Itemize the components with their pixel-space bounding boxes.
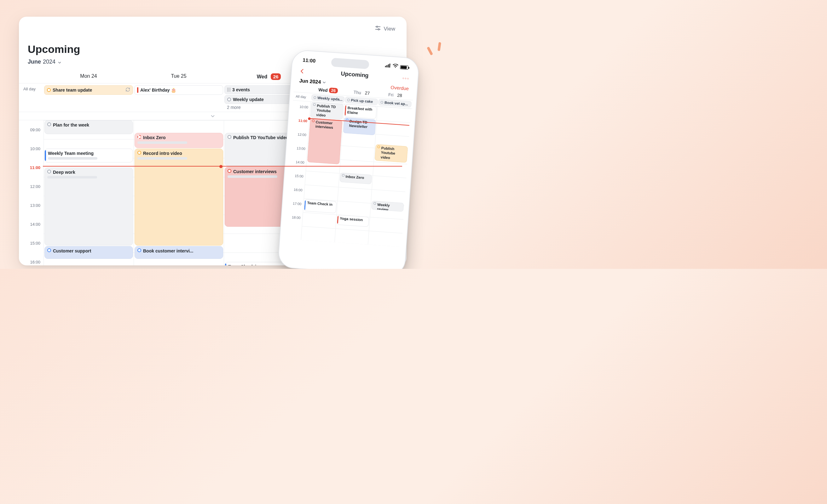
hour-label: 13:00	[21, 203, 44, 222]
event-design-newsletter[interactable]: Design TD Newsletter	[343, 117, 376, 135]
svg-rect-7	[389, 64, 390, 68]
event-weekly-meeting[interactable]: Weekly Team meeting	[44, 149, 133, 162]
hour-label: 13:00	[290, 146, 307, 161]
allday-event-share-update[interactable]: Share team update	[44, 85, 133, 95]
page-title: Upcoming	[28, 43, 406, 55]
priority-ring-icon	[313, 103, 316, 106]
hour-label: 12:00	[21, 184, 44, 203]
today-badge: 26	[271, 73, 281, 80]
all-day-label: All day	[21, 85, 44, 91]
priority-ring-icon	[381, 101, 384, 104]
chevron-down-icon	[322, 80, 327, 85]
hour-label: 16:00	[287, 187, 304, 203]
wifi-icon	[392, 64, 398, 69]
hour-label: 14:00	[21, 222, 44, 241]
hour-label: 15:00	[288, 173, 305, 188]
priority-ring-icon	[313, 96, 317, 99]
priority-ring-icon	[228, 169, 231, 173]
event-customer-interviews[interactable]: Customer interviews	[307, 118, 342, 164]
svg-rect-4	[385, 66, 386, 67]
allday-event-birthday[interactable]: Alex' Birthday 🎂	[134, 85, 223, 95]
priority-ring-icon	[47, 88, 51, 92]
event-deep-work[interactable]: Deep work	[44, 167, 133, 245]
day-header-tue[interactable]: Tue 25	[134, 71, 224, 83]
now-indicator	[43, 166, 402, 167]
sliders-icon	[375, 25, 381, 33]
hour-label-now: 11:00	[292, 118, 309, 133]
event-yoga[interactable]: Yoga session	[337, 215, 370, 227]
priority-ring-icon	[47, 248, 51, 252]
status-time: 11:00	[302, 57, 316, 64]
phone-month-selector[interactable]: Jun 2024	[299, 78, 327, 85]
event-publish-video[interactable]: Publish TD Youtube video	[310, 102, 344, 120]
day-column-tue[interactable]: Inbox Zero Record intro video Book custo…	[134, 120, 224, 265]
chevron-down-icon	[57, 60, 62, 64]
event-weekly-review[interactable]: Weekly review	[371, 201, 404, 212]
event-publish-video-fri[interactable]: Publish Youtube video	[375, 144, 408, 163]
hour-label: 15:00	[21, 241, 44, 260]
priority-ring-icon	[47, 170, 51, 173]
time-column: 09:00 10:00 11:00 12:00 13:00 14:00 15:0…	[21, 120, 44, 265]
view-button[interactable]: View	[375, 25, 395, 33]
event-customer-support[interactable]: Customer support	[44, 246, 133, 259]
month-name: June	[28, 59, 41, 65]
event-plan-week[interactable]: Plan for the week	[44, 120, 133, 134]
event-team-checkin[interactable]: Team Check in	[304, 199, 337, 213]
svg-rect-5	[386, 65, 387, 67]
hour-label: 16:00	[21, 260, 44, 265]
event-book-interviews[interactable]: Book customer intervi...	[135, 246, 223, 259]
signal-icon	[385, 63, 391, 69]
today-badge: 26	[329, 88, 338, 94]
priority-ring-icon	[227, 98, 231, 101]
phone-allday-fri[interactable]: Book vet ap...	[378, 99, 411, 107]
hour-label: 18:00	[285, 215, 302, 230]
hour-label: 17:00	[286, 201, 303, 216]
svg-point-1	[377, 26, 378, 27]
more-button[interactable]: ○○○	[402, 76, 410, 80]
hour-label: 14:00	[289, 160, 306, 175]
svg-point-3	[378, 29, 380, 30]
svg-rect-6	[388, 64, 389, 67]
phone-title: Upcoming	[341, 70, 369, 79]
priority-ring-icon	[47, 122, 51, 126]
dynamic-island	[331, 58, 370, 69]
priority-ring-icon	[312, 120, 315, 122]
priority-ring-icon	[378, 146, 380, 148]
day-column-mon[interactable]: Plan for the week Weekly Team meeting De…	[44, 120, 134, 265]
back-button[interactable]	[299, 68, 305, 75]
priority-ring-icon	[342, 174, 345, 177]
overdue-link[interactable]: Overdue	[390, 85, 409, 91]
hour-label: 12:00	[291, 132, 308, 147]
month-year: 2024	[43, 59, 55, 65]
event-inbox-zero[interactable]: Inbox Zero	[339, 172, 372, 184]
priority-ring-icon	[137, 135, 141, 139]
hour-label: 09:00	[21, 127, 44, 147]
priority-ring-icon	[137, 248, 141, 252]
priority-ring-icon	[137, 151, 141, 155]
now-dot-icon	[220, 165, 223, 168]
priority-ring-icon	[228, 135, 231, 139]
priority-ring-icon	[374, 202, 376, 205]
event-bar-icon	[137, 87, 138, 93]
event-record-intro[interactable]: Record intro video	[135, 149, 223, 245]
event-inbox-zero-tue[interactable]: Inbox Zero	[135, 133, 223, 148]
phone-allday-label: All day	[294, 95, 311, 100]
hour-label-now: 11:00	[21, 165, 44, 184]
phone-allday-wed[interactable]: Weekly upda...	[311, 94, 345, 103]
hour-label: 10:00	[21, 147, 44, 165]
recurring-icon	[126, 87, 130, 93]
event-breakfast[interactable]: Breakfast with Elaine	[344, 104, 377, 119]
grip-icon	[227, 88, 230, 92]
phone-allday-thu[interactable]: Pick up cake	[345, 97, 378, 105]
day-header-mon[interactable]: Mon 24	[44, 71, 134, 83]
hour-label: 10:00	[293, 104, 310, 119]
priority-ring-icon	[347, 99, 350, 101]
view-button-label: View	[384, 26, 395, 32]
battery-icon	[400, 65, 408, 69]
phone-mockup: 11:00 Upcoming ○○○ Jun 2024 Overdue Wed …	[278, 50, 419, 269]
